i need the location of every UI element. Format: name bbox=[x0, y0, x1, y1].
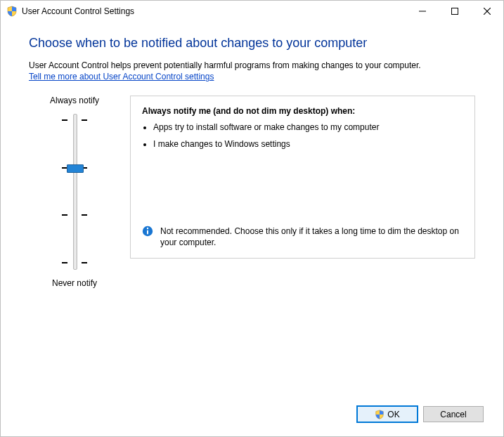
ok-button[interactable]: OK bbox=[357, 406, 418, 422]
shield-icon bbox=[6, 6, 18, 17]
slider-track bbox=[73, 114, 77, 270]
slider-tick bbox=[82, 262, 87, 263]
recommendation-note: Not recommended. Choose this only if it … bbox=[142, 226, 463, 248]
shield-icon bbox=[375, 410, 385, 419]
intro-text: User Account Control helps prevent poten… bbox=[29, 60, 475, 70]
description-box: Always notify me (and do not dim my desk… bbox=[130, 96, 475, 259]
window-controls bbox=[406, 1, 503, 22]
slider-tick bbox=[62, 119, 67, 121]
svg-rect-1 bbox=[452, 8, 458, 15]
svg-rect-5 bbox=[147, 230, 148, 234]
page-heading: Choose when to be notified about changes… bbox=[29, 36, 475, 51]
minimize-button[interactable] bbox=[406, 1, 439, 22]
maximize-button[interactable] bbox=[439, 1, 471, 22]
slider-thumb[interactable] bbox=[67, 164, 84, 173]
uac-settings-window: User Account Control Settings Choose whe… bbox=[0, 0, 504, 437]
description-bullet: Apps try to install software or make cha… bbox=[153, 122, 463, 133]
info-icon bbox=[142, 226, 153, 237]
help-link[interactable]: Tell me more about User Account Control … bbox=[29, 72, 214, 81]
close-button[interactable] bbox=[471, 1, 503, 22]
slider-tick bbox=[62, 262, 67, 263]
description-column: Always notify me (and do not dim my desk… bbox=[130, 96, 475, 288]
content-area: Choose when to be notified about changes… bbox=[1, 22, 503, 436]
description-bullet: I make changes to Windows settings bbox=[153, 138, 463, 150]
svg-point-6 bbox=[147, 227, 148, 228]
notification-level-slider[interactable] bbox=[29, 111, 120, 273]
cancel-button-label: Cancel bbox=[440, 410, 466, 419]
slider-column: Always notify Never notify bbox=[29, 96, 120, 288]
description-heading: Always notify me (and do not dim my desk… bbox=[142, 106, 463, 116]
ok-button-label: OK bbox=[387, 410, 399, 419]
cancel-button[interactable]: Cancel bbox=[423, 406, 484, 422]
slider-tick bbox=[62, 214, 67, 216]
dialog-buttons: OK Cancel bbox=[357, 406, 484, 422]
slider-tick bbox=[82, 214, 87, 216]
recommendation-text: Not recommended. Choose this only if it … bbox=[160, 226, 463, 248]
slider-top-label: Always notify bbox=[29, 96, 120, 105]
titlebar: User Account Control Settings bbox=[1, 1, 503, 22]
description-list: Apps try to install software or make cha… bbox=[153, 122, 463, 150]
svg-rect-0 bbox=[419, 11, 426, 12]
window-title: User Account Control Settings bbox=[22, 6, 134, 16]
slider-tick bbox=[82, 119, 87, 121]
slider-bottom-label: Never notify bbox=[29, 278, 120, 288]
